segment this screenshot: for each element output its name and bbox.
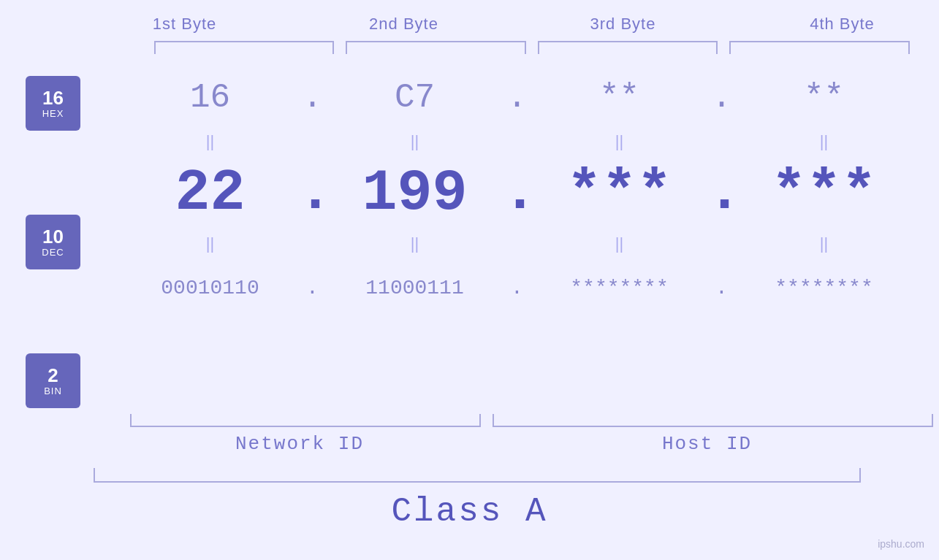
bracket-top-3 (538, 41, 718, 54)
dec-dot1: . (298, 155, 327, 231)
bracket-bottom-host (493, 414, 933, 427)
watermark: ipshu.com (878, 538, 924, 550)
bracket-bottom-row (0, 414, 939, 427)
content-area: 16 HEX 10 DEC 2 BIN 16 . C7 . ** (0, 69, 939, 408)
hex-byte1: 16 (123, 79, 298, 117)
sep1-b4: || (737, 132, 912, 151)
full-bottom-bracket (94, 468, 861, 483)
top-brackets (148, 41, 916, 54)
sep-row-2: || || || || (95, 229, 939, 258)
bin-dot2: . (503, 277, 532, 299)
hex-dot1: . (298, 79, 327, 117)
bottom-section: Network ID Host ID Class A (0, 408, 939, 531)
dec-byte3: *** (532, 160, 707, 226)
bracket-top-4 (729, 41, 910, 54)
hex-byte2: C7 (327, 79, 503, 117)
dec-badge: 10 DEC (26, 215, 80, 269)
label-row: Network ID Host ID (0, 433, 939, 455)
sep2-b4: || (737, 234, 912, 253)
sep-row-1: || || || || (95, 127, 939, 156)
col1-header: 1st Byte (75, 15, 294, 34)
network-id-label: Network ID (124, 433, 475, 455)
bin-byte4: ******** (737, 277, 912, 299)
col2-header: 2nd Byte (294, 15, 514, 34)
data-rows: 16 . C7 . ** . ** || || || || 22 (95, 69, 939, 317)
hex-dot2: . (503, 79, 532, 117)
dec-row: 22 . 199 . *** . *** (95, 156, 939, 229)
sep1-b1: || (123, 132, 298, 151)
bin-byte2: 11000111 (327, 277, 503, 299)
dec-byte4: *** (737, 160, 912, 226)
badges-column: 16 HEX 10 DEC 2 BIN (0, 69, 95, 408)
dec-byte1: 22 (123, 160, 298, 226)
bracket-top-2 (346, 41, 526, 54)
bin-row: 00010110 . 11000111 . ******** . *******… (95, 258, 939, 317)
bin-dot1: . (298, 277, 327, 299)
sep2-b2: || (327, 234, 503, 253)
hex-dot3: . (707, 79, 737, 117)
dec-dot2: . (503, 155, 532, 231)
bracket-top-1 (154, 41, 335, 54)
bin-badge: 2 BIN (26, 353, 80, 408)
sep1-b2: || (327, 132, 503, 151)
sep2-b3: || (532, 234, 707, 253)
main-container: 1st Byte 2nd Byte 3rd Byte 4th Byte 16 H… (0, 0, 939, 560)
bracket-bottom-network (130, 414, 481, 427)
col3-header: 3rd Byte (514, 15, 733, 34)
col4-header: 4th Byte (733, 15, 940, 34)
dec-dot3: . (707, 155, 737, 231)
hex-badge: 16 HEX (26, 76, 80, 131)
bin-byte1: 00010110 (123, 277, 298, 299)
hex-byte3: ** (532, 79, 707, 117)
header-row: 1st Byte 2nd Byte 3rd Byte 4th Byte (75, 15, 940, 34)
class-label: Class A (391, 493, 547, 531)
host-id-label: Host ID (475, 433, 939, 455)
hex-row: 16 . C7 . ** . ** (95, 69, 939, 127)
sep2-b1: || (123, 234, 298, 253)
bin-byte3: ******** (532, 277, 707, 299)
dec-byte2: 199 (327, 160, 503, 226)
sep1-b3: || (532, 132, 707, 151)
hex-byte4: ** (737, 79, 912, 117)
bin-dot3: . (707, 277, 737, 299)
